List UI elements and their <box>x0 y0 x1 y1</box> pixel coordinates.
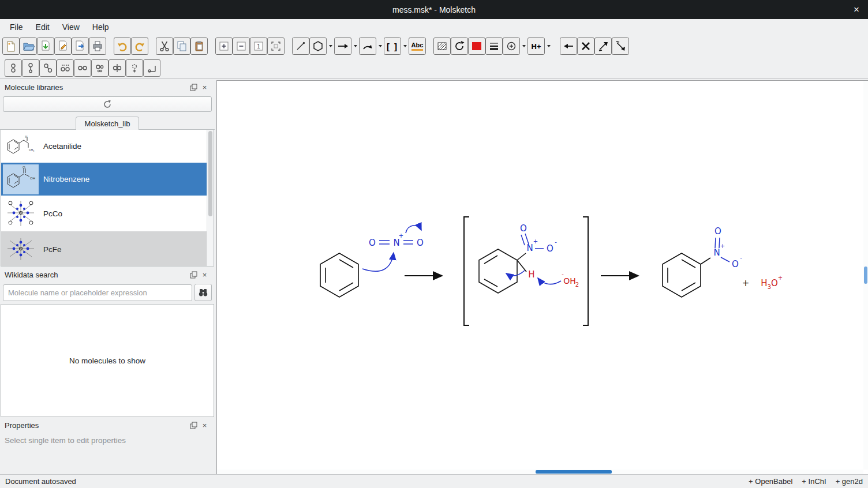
electron-arrow-water-to-h[interactable] <box>538 278 561 284</box>
redo-button[interactable] <box>131 37 148 55</box>
wikidata-float-button[interactable] <box>188 269 199 280</box>
right-bracket[interactable] <box>583 217 588 325</box>
cut-button[interactable] <box>156 37 173 55</box>
library-list: HCH₃ Acetanilide OOH Nitrobenzene PcCo <box>1 130 214 266</box>
save-button[interactable] <box>37 37 54 55</box>
wikidata-close-button[interactable]: × <box>199 269 210 280</box>
paste-button[interactable] <box>190 37 208 55</box>
search-submit-button[interactable] <box>194 284 212 301</box>
delete-tool-button[interactable] <box>577 37 594 55</box>
mechanism-arrow-button[interactable] <box>359 37 376 55</box>
benzene-reactant[interactable] <box>320 253 358 297</box>
zoom-fit-button[interactable] <box>267 37 285 55</box>
text-tool-button[interactable]: Abc <box>409 37 426 55</box>
wikidata-dock-header: Wikidata search × <box>0 266 215 281</box>
ring-tool-dropdown[interactable] <box>327 37 334 55</box>
zoom-in-button[interactable] <box>215 37 233 55</box>
list-item-pcfe[interactable]: PcFe <box>1 231 214 266</box>
reaction-arrow-button[interactable] <box>334 37 351 55</box>
red-color-swatch-icon <box>470 40 483 52</box>
zoom-out-button[interactable] <box>233 37 250 55</box>
shorten-bond-button[interactable] <box>560 37 577 55</box>
reaction-arrow-dropdown[interactable] <box>351 37 359 55</box>
bracket-tool-dropdown[interactable] <box>401 37 409 55</box>
properties-float-button[interactable] <box>188 420 199 430</box>
bracket-icon: [ ] <box>387 42 398 51</box>
right-arrow-icon <box>336 40 349 52</box>
atom-label: O <box>771 278 778 288</box>
molecule-search-input[interactable] <box>3 284 192 301</box>
vertical-scrollbar-handle[interactable] <box>864 266 867 284</box>
hydrogen-tool-dropdown[interactable] <box>545 37 552 55</box>
draw-bond-tool-button[interactable] <box>292 37 309 55</box>
zoom-original-button[interactable]: 1 <box>250 37 267 55</box>
print-button[interactable] <box>89 37 106 55</box>
nitrobenzene-product[interactable]: N + O O - <box>663 226 742 297</box>
new-document-button[interactable] <box>2 37 20 55</box>
cut-icon <box>158 40 171 52</box>
list-item-nitrobenzene[interactable]: OOH Nitrobenzene <box>1 163 214 196</box>
hydronium-ion[interactable]: H 3 O + <box>761 275 783 290</box>
left-bracket[interactable] <box>464 217 469 325</box>
sidebar: Molecule libraries × Molsketch_lib HCH₃ … <box>0 79 215 474</box>
transform-down-button[interactable] <box>612 37 629 55</box>
drawing-canvas[interactable]: O N + O <box>216 80 868 474</box>
libraries-close-button[interactable]: × <box>199 82 210 92</box>
charge-tool-dropdown[interactable] <box>520 37 527 55</box>
electron-arrow-n-to-o[interactable] <box>406 226 421 233</box>
color-swatch-button[interactable] <box>468 37 485 55</box>
export-button[interactable] <box>72 37 89 55</box>
libraries-float-button[interactable] <box>188 82 199 92</box>
mechanism-arrow-dropdown[interactable] <box>376 37 384 55</box>
draw-bond-icon <box>294 40 307 52</box>
angle-tool-button[interactable] <box>143 59 160 77</box>
nitronium-ion[interactable]: O N + O <box>369 232 424 248</box>
tab-molsketch-lib[interactable]: Molsketch_lib <box>76 117 140 130</box>
menu-file[interactable]: File <box>3 21 29 33</box>
hydrogen-tool-button[interactable]: H+ <box>527 37 545 55</box>
charge-add-tool-button[interactable] <box>126 59 143 77</box>
zoom-fit-icon <box>270 40 282 52</box>
lone-pair-tool-button[interactable] <box>57 59 74 77</box>
export-icon <box>74 40 87 52</box>
menu-edit[interactable]: Edit <box>29 21 56 33</box>
canvas-horizontal-scrollbar[interactable] <box>217 470 863 474</box>
list-item-acetanilide[interactable]: HCH₃ Acetanilide <box>1 130 214 163</box>
float-window-icon <box>190 271 197 279</box>
electron-arrow-ring-to-nitronium[interactable] <box>362 253 394 271</box>
list-item-pcco[interactable]: PcCo <box>1 196 214 231</box>
line-width-button[interactable] <box>485 37 503 55</box>
paste-icon <box>193 40 205 52</box>
library-list-scrollbar[interactable] <box>207 130 214 266</box>
arenium-intermediate[interactable]: N + O O - H - OH 2 <box>479 223 579 293</box>
electron-arrow-ch-to-ring[interactable] <box>506 271 525 276</box>
window-close-button[interactable]: × <box>845 0 868 19</box>
atom-pair-vertical-tool-button[interactable] <box>5 59 22 77</box>
atom-chain-tool-button[interactable] <box>22 59 39 77</box>
library-refresh-button[interactable] <box>3 96 212 112</box>
plus-charge-icon <box>505 40 518 52</box>
bracket-tool-button[interactable]: [ ] <box>384 37 401 55</box>
atom-cluster-tool-button[interactable] <box>91 59 108 77</box>
undo-button[interactable] <box>114 37 131 55</box>
plus-sign: + <box>742 278 750 288</box>
dipole-tool-button[interactable] <box>108 59 126 77</box>
canvas-vertical-scrollbar[interactable] <box>863 81 868 470</box>
ring-tool-button[interactable] <box>309 37 327 55</box>
library-list-scrollbar-handle[interactable] <box>208 131 212 216</box>
transform-up-button[interactable] <box>594 37 612 55</box>
binoculars-icon <box>197 287 209 298</box>
menu-help[interactable]: Help <box>86 21 115 33</box>
copy-button[interactable] <box>173 37 190 55</box>
properties-close-button[interactable]: × <box>199 420 210 430</box>
charge-tool-button[interactable] <box>503 37 520 55</box>
curved-arrow-icon <box>361 40 374 52</box>
save-as-button[interactable] <box>54 37 72 55</box>
atom-pair-horizontal-tool-button[interactable] <box>74 59 91 77</box>
hatch-pattern-button[interactable] <box>433 37 451 55</box>
open-file-button[interactable] <box>20 37 37 55</box>
menu-view[interactable]: View <box>56 21 86 33</box>
horizontal-scrollbar-handle[interactable] <box>536 470 612 474</box>
rotate-tool-button[interactable] <box>451 37 468 55</box>
atom-pair-diagonal-tool-button[interactable] <box>39 59 57 77</box>
